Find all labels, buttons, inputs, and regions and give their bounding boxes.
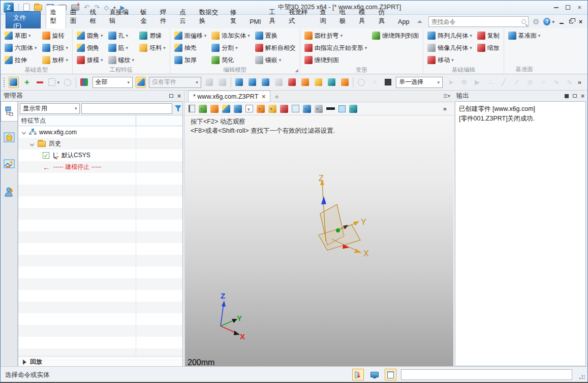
datum-plane-button[interactable]: 基准面 — [506, 30, 543, 42]
move-button[interactable]: 移动 — [425, 54, 474, 66]
notes-icon[interactable] — [300, 77, 311, 88]
circle-icon[interactable]: ○ — [538, 77, 548, 88]
pattern-geometry-button[interactable]: 阵列几何体 — [425, 30, 474, 42]
fillet-button[interactable]: 圆角 — [75, 30, 105, 42]
loft-button[interactable]: 放样 — [40, 54, 71, 66]
tab-repair[interactable]: 修复 — [226, 6, 246, 28]
line-icon[interactable]: ╱ — [499, 77, 509, 88]
copy-button[interactable]: 复制 — [475, 30, 502, 42]
tab-weldment[interactable]: 焊件 — [156, 6, 176, 28]
doc-minimize-icon[interactable] — [560, 23, 564, 24]
link-a-icon[interactable] — [204, 77, 214, 88]
sketch-button[interactable]: 草图 — [3, 30, 39, 42]
pick-mode-select[interactable]: 单一选择▾ — [396, 77, 443, 88]
list-blue-3-icon[interactable] — [261, 77, 271, 88]
view-manager-tab[interactable] — [1, 154, 17, 174]
globe-icon[interactable] — [326, 77, 336, 88]
pick-gray-icon[interactable]: ➤ — [446, 77, 456, 88]
monitor-icon[interactable] — [315, 105, 323, 113]
tab-electrode[interactable]: 电极 — [335, 6, 355, 28]
points-icon[interactable]: ∴ — [485, 77, 496, 88]
deform-from-point-button[interactable]: 由指定点开始变形 — [302, 42, 369, 54]
display-mode-icon[interactable] — [234, 105, 242, 113]
wrap-to-face-button[interactable]: 缠绕到面 — [302, 54, 369, 66]
output-restore-icon[interactable] — [573, 94, 577, 98]
wave-icon[interactable]: ∿ — [565, 77, 575, 88]
exit-sketch-icon[interactable] — [189, 105, 195, 112]
pick-red-icon[interactable] — [287, 77, 297, 88]
add-icon[interactable]: + — [22, 77, 32, 88]
display-filter-select[interactable]: 显示常用▾ — [20, 103, 80, 114]
tab-inquire[interactable]: 查询 — [316, 6, 335, 28]
lip-button[interactable]: 唇缘 — [137, 30, 168, 42]
play-small-icon[interactable]: ▶ — [472, 77, 482, 88]
part-only-icon[interactable] — [136, 77, 146, 88]
dialog-launcher-icon[interactable]: ◢ — [295, 68, 298, 73]
manager-restore-icon[interactable] — [169, 94, 173, 98]
output-toggle-icon[interactable] — [385, 369, 396, 380]
clock-icon[interactable] — [356, 77, 366, 88]
box-select-icon[interactable] — [48, 77, 59, 88]
list-blue-2-icon[interactable] — [247, 77, 258, 88]
output-pin-icon[interactable] — [565, 94, 569, 98]
curve-icon[interactable]: ∩ — [369, 77, 380, 88]
zoom-window-icon[interactable] — [268, 105, 276, 113]
manager-close-icon[interactable]: × — [177, 93, 181, 100]
revolve-button[interactable]: 旋转 — [40, 30, 71, 42]
tab-pmi[interactable]: PMI — [245, 16, 265, 28]
tab-app[interactable]: App — [394, 16, 413, 28]
tab-list-icon[interactable]: ☰▾ — [443, 93, 450, 99]
view-triad[interactable]: Z Y X — [205, 289, 259, 343]
checkbox-checked-icon[interactable] — [43, 152, 49, 159]
search-icon[interactable] — [521, 19, 526, 24]
history-manager-tab[interactable] — [1, 101, 17, 122]
material-icon[interactable] — [349, 105, 357, 113]
tree-row-csys[interactable]: Y 默认CSYS — [18, 150, 182, 161]
scale-button[interactable]: 缩放 — [475, 42, 502, 54]
gear-icon[interactable]: ⚙ — [533, 17, 539, 26]
extrude-button[interactable]: 拉伸 — [3, 54, 39, 66]
tab-surface[interactable]: 曲面 — [66, 6, 86, 28]
toolbar-grip[interactable] — [4, 78, 6, 87]
tab-point-cloud[interactable]: 点云 — [175, 6, 195, 28]
part-filter-select[interactable]: 仅有零件▾ — [149, 77, 201, 88]
wrap-pattern-to-face-button[interactable]: 缠绕阵列到面 — [370, 30, 421, 42]
resize-grip[interactable] — [579, 373, 585, 379]
section-view-icon[interactable] — [257, 105, 265, 113]
shade-icon[interactable] — [222, 105, 230, 113]
open-folder-icon[interactable] — [34, 5, 42, 11]
gear-small-icon[interactable]: ⚙ — [459, 77, 469, 88]
tab-mold[interactable]: 模具 — [355, 6, 375, 28]
list-gray-icon[interactable] — [274, 77, 284, 88]
close-icon[interactable]: × — [577, 5, 581, 10]
tab-direct-edit[interactable]: 直接编辑 — [105, 6, 136, 28]
default-csys-datum[interactable]: Z Y X — [303, 174, 390, 263]
stock-button[interactable]: 坯料 — [137, 42, 168, 54]
thread-button[interactable]: 螺纹 — [106, 54, 137, 66]
tree-column-header[interactable]: 特征节点 — [18, 115, 182, 126]
minimize-icon[interactable] — [554, 7, 559, 8]
maximize-icon[interactable] — [566, 5, 570, 10]
remove-icon[interactable] — [35, 77, 45, 88]
tree-row-history[interactable]: 历史 — [18, 138, 182, 150]
help-icon[interactable]: ? — [543, 18, 550, 25]
sweep-button[interactable]: 扫掠 — [40, 42, 71, 54]
mirror-geometry-button[interactable]: 镜像几何体 — [425, 42, 474, 54]
pick-bulb-icon[interactable] — [9, 77, 19, 88]
fullscreen-icon[interactable] — [292, 105, 299, 112]
filter-scope-select[interactable]: 全部▾ — [92, 77, 133, 88]
playback-bar[interactable]: 回放 — [18, 356, 182, 367]
shell-button[interactable]: 抽壳 — [172, 42, 209, 54]
chevron-down-icon[interactable] — [30, 141, 34, 145]
lasso-icon[interactable] — [63, 77, 73, 88]
visual-manager-tab[interactable] — [1, 128, 17, 148]
new-tab-icon[interactable]: + — [270, 92, 283, 102]
eraser-icon[interactable] — [210, 105, 219, 113]
doc-close-icon[interactable]: × — [579, 18, 582, 25]
manager-filter-input[interactable] — [81, 103, 172, 114]
divide-button[interactable]: 分割 — [209, 42, 252, 54]
face-offset-button[interactable]: 面偏移 — [172, 30, 209, 42]
simplify-button[interactable]: 简化 — [209, 54, 252, 66]
tab-close-icon[interactable]: × — [262, 93, 265, 100]
locate-target-icon[interactable] — [280, 105, 288, 113]
